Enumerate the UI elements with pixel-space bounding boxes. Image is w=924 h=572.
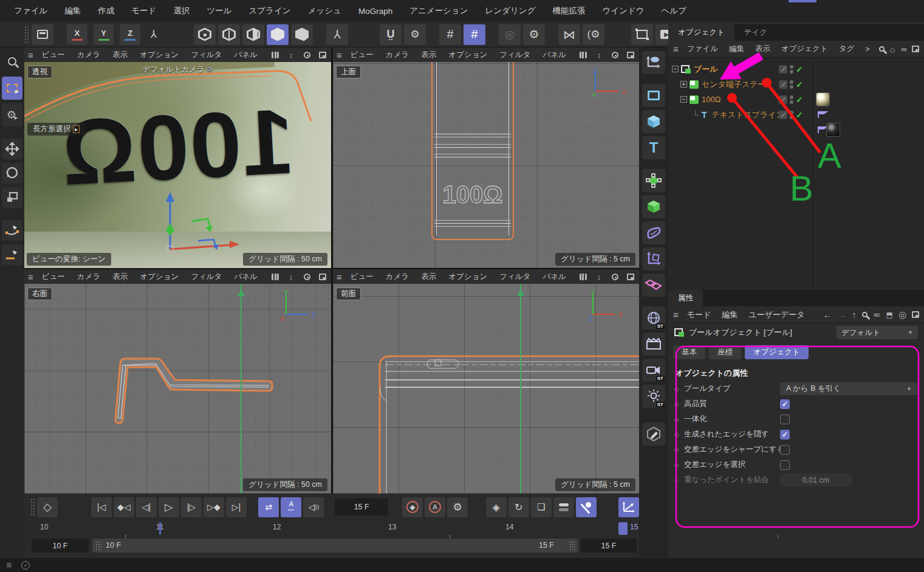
points-mode-button[interactable]: [194, 24, 216, 45]
expand-icon[interactable]: +: [680, 81, 687, 88]
orbit-icon[interactable]: [302, 50, 312, 59]
next-key-button[interactable]: ▷◆: [204, 497, 224, 517]
menu-mograph[interactable]: MoGraph: [351, 4, 400, 18]
model-mode-button[interactable]: [267, 24, 289, 45]
viewport-top[interactable]: ≡ ビュー カメラ 表示 オプション フィルタ パネル ↕ 上面 100Ω: [333, 47, 639, 268]
search-tool-icon[interactable]: [2, 50, 22, 73]
forward-icon[interactable]: →: [837, 309, 846, 320]
single-object-checkbox[interactable]: ✓: [780, 415, 790, 424]
toolbar-grip[interactable]: [24, 26, 29, 44]
enable-toggle[interactable]: [779, 65, 787, 74]
hide-new-edges-checkbox[interactable]: ✓: [780, 430, 790, 439]
material-thumbnail-black[interactable]: [826, 123, 840, 137]
viewport-menu-icon[interactable]: ≡: [28, 50, 33, 60]
front-canvas[interactable]: 前面 Y X Z グリッド間隔 : 5 cm: [333, 284, 639, 494]
light-object-icon[interactable]: ST: [642, 385, 665, 408]
rotate-tool-icon[interactable]: [2, 163, 22, 184]
vp-menu-display[interactable]: 表示: [415, 270, 442, 283]
sky-object-icon[interactable]: ST: [642, 306, 665, 329]
menu-render[interactable]: レンダリング: [477, 3, 544, 19]
keyframe-diamond-icon[interactable]: ◇: [37, 497, 58, 517]
rectangle-spline-icon[interactable]: [642, 84, 665, 107]
viewport-perspective[interactable]: ≡ ビュー カメラ 表示 オプション フィルタ パネル ↕ 透視 デフォルトカメ…: [24, 47, 331, 268]
vp-menu-camera[interactable]: カメラ: [71, 270, 106, 283]
optimize-points-input[interactable]: 0.01 cm: [780, 474, 852, 486]
enabled-check-icon[interactable]: ✓: [796, 64, 803, 74]
perspective-canvas[interactable]: 透視 デフォルトカメラ⟳ 長方形選択 ▸ 100Ω ビューの変換: シーン グリ…: [24, 62, 331, 268]
maximize-view-icon[interactable]: [318, 272, 327, 281]
orbit-icon[interactable]: [610, 272, 620, 281]
edges-mode-button[interactable]: [218, 24, 240, 45]
attr-search-icon[interactable]: [862, 312, 868, 317]
camera-cycle-icon[interactable]: ⟳: [208, 66, 213, 74]
camera-object-icon[interactable]: ST: [642, 359, 665, 382]
stage-object-icon[interactable]: [642, 333, 665, 356]
timeline-ruler[interactable]: 10 11 12 13 14 15: [24, 520, 639, 536]
attr-menu-userdata[interactable]: ユーザーデータ: [744, 308, 809, 322]
break-cut-edges-checkbox[interactable]: ✓: [780, 445, 790, 455]
om-menu-file[interactable]: ファイル: [682, 43, 723, 55]
target-rings-icon[interactable]: ◎: [499, 24, 521, 45]
key-scale-button[interactable]: ❏: [531, 497, 552, 517]
menu-create[interactable]: 作成: [90, 3, 122, 19]
collapse-icon[interactable]: −: [680, 96, 687, 103]
high-quality-checkbox[interactable]: ✓: [780, 399, 790, 409]
om-home-icon[interactable]: ⌂: [890, 44, 895, 54]
prev-key-button[interactable]: ◆◁: [114, 497, 134, 517]
gear-circle-icon[interactable]: ⚙: [523, 24, 545, 45]
snap-magnet-icon[interactable]: Ṳ: [380, 24, 402, 45]
x-axis-lock-button[interactable]: X: [67, 24, 87, 45]
dolly-icon[interactable]: ↕: [594, 272, 604, 281]
object-name[interactable]: ブール: [694, 64, 718, 75]
preview-marker[interactable]: [159, 522, 161, 534]
play-button[interactable]: ▷: [159, 497, 179, 517]
z-axis-lock-button[interactable]: Z: [120, 24, 140, 45]
tab-attributes[interactable]: 属性: [668, 290, 703, 306]
menu-spline[interactable]: スプライン: [241, 3, 299, 19]
enable-toggle[interactable]: [779, 111, 787, 119]
menu-extensions[interactable]: 機能拡張: [545, 3, 594, 19]
enable-toggle[interactable]: [779, 80, 787, 89]
vp-menu-camera[interactable]: カメラ: [380, 270, 415, 283]
object-row-boole[interactable]: − ブール: [672, 61, 718, 77]
tab-basic[interactable]: 基本: [673, 345, 705, 359]
loop-mode-button[interactable]: ⇄: [258, 497, 279, 517]
enable-toggle[interactable]: [779, 95, 787, 104]
maximize-view-icon[interactable]: [626, 50, 635, 59]
record-keyframe-button[interactable]: ◆: [402, 497, 423, 517]
range-slider-right-grip[interactable]: [569, 541, 575, 550]
menu-tools[interactable]: ツール: [199, 3, 239, 19]
vp-menu-panel[interactable]: パネル: [536, 270, 572, 283]
top-canvas[interactable]: 上面 100Ω Z X Y グリッド間隔 : 5 cm: [333, 62, 639, 268]
orbit-icon[interactable]: [302, 272, 312, 281]
vp-menu-display[interactable]: 表示: [106, 49, 134, 61]
key-rotation-button[interactable]: ↻: [508, 497, 529, 517]
om-menu-overflow[interactable]: >: [860, 44, 874, 55]
object-3d-text[interactable]: 100Ω: [26, 86, 329, 208]
vp-menu-view[interactable]: ビュー: [344, 270, 380, 283]
object-name[interactable]: 100Ω: [702, 95, 720, 104]
symmetry-icon[interactable]: ⋈: [558, 24, 580, 45]
vp-menu-filter[interactable]: フィルタ: [185, 270, 228, 283]
up-icon[interactable]: ↑: [852, 309, 857, 320]
goto-start-button[interactable]: |◁: [91, 497, 112, 517]
coordinate-system-icon[interactable]: ⅄: [143, 24, 165, 45]
next-frame-button[interactable]: |▷: [181, 497, 202, 517]
spline-pen-icon[interactable]: [642, 51, 665, 74]
target-icon[interactable]: ◎: [898, 309, 906, 320]
status-menu-icon[interactable]: ≡: [6, 560, 12, 571]
sound-button[interactable]: ◁))): [303, 497, 324, 517]
menu-mode[interactable]: モード: [123, 3, 164, 19]
viewport-front[interactable]: ≡ ビュー カメラ 表示 オプション フィルタ パネル ↕ 前面: [333, 269, 639, 494]
back-icon[interactable]: ←: [823, 309, 832, 320]
collapse-icon[interactable]: −: [672, 66, 679, 72]
range-slider[interactable]: 10 F 15 F: [92, 539, 578, 553]
spline-pen-tool-icon[interactable]: [2, 220, 22, 241]
sketch-tool-icon[interactable]: [2, 244, 22, 265]
menu-select[interactable]: 選択: [165, 3, 197, 19]
enabled-check-icon[interactable]: ✓: [796, 80, 803, 89]
content-browser-icon[interactable]: [32, 24, 53, 45]
dolly-icon[interactable]: ↕: [286, 50, 296, 59]
key-parameters-button[interactable]: [553, 497, 574, 517]
om-menu-view[interactable]: 表示: [750, 43, 775, 55]
